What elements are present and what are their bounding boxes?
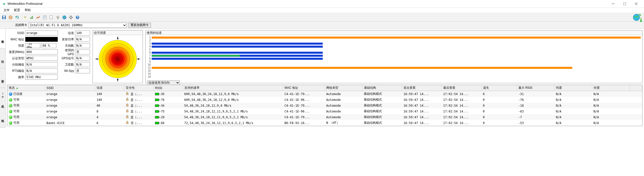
channel-label: 信道 — [59, 31, 74, 35]
log-icon[interactable] — [42, 14, 48, 20]
col-ssid[interactable]: SSID — [45, 85, 95, 91]
graph-tab-icon[interactable] — [35, 14, 41, 20]
ssid-label: SSID — [7, 31, 24, 35]
channel-bar-track — [152, 73, 641, 75]
rssi-bar-icon — [155, 99, 159, 101]
svg-marker-34 — [640, 17, 642, 22]
cell-rssi: -66 — [153, 120, 183, 126]
channel-bar-track — [152, 64, 641, 66]
ssid-value: orange — [25, 31, 58, 36]
menubar: 文件 配置 帮助 — [0, 8, 644, 13]
svg-point-51 — [116, 57, 119, 61]
cell-lon: N/A — [592, 114, 629, 120]
svg-point-9 — [10, 17, 11, 18]
col-channel[interactable]: 信道 — [95, 85, 124, 91]
channel-bar-track — [152, 58, 641, 60]
export-icon[interactable] — [48, 14, 54, 20]
col-infra[interactable]: 基础结构 — [362, 85, 402, 91]
cell-lat: N/A — [554, 108, 592, 114]
window-title: WirelessMon Professional — [8, 2, 607, 6]
vtab-conn[interactable]: IP 连接 — [0, 88, 5, 108]
col-lost[interactable]: 遗失 — [481, 85, 517, 91]
channel-bar — [152, 67, 572, 69]
table-row[interactable]: 可用orange8 是（...-7554,48,36,24,18,12,11,9… — [7, 108, 642, 114]
channel-number: 6 — [147, 51, 151, 54]
app-icon — [2, 2, 6, 6]
cell-maxrssi: -63 — [517, 108, 554, 114]
map-icon[interactable] — [61, 14, 67, 20]
frag-label: 分段阈值 — [7, 63, 24, 67]
table-row[interactable]: 可用Baomi-61CE6 否（...-6672,54,48,36,24,18,… — [7, 120, 642, 126]
col-maxrssi[interactable]: 最大 RSSI — [517, 85, 554, 91]
channel-panel: 使用的信道 1234567891011121314 信道使用 B/G/N — [145, 30, 642, 83]
cell-first: 16:59:47 14... — [402, 97, 442, 103]
vtab-summary[interactable]: 概要 — [0, 29, 5, 48]
gpssig-value: N/A — [75, 56, 90, 61]
vtab-graph[interactable]: 图形 — [0, 68, 5, 88]
rts-value: N/A — [25, 68, 58, 73]
network-list[interactable]: 状态▲SSID信道安全性RSSI支持的速率MAC 地址网络类型基础结构首次查看最… — [7, 85, 642, 126]
table-row[interactable]: 可用orange149 是（...-76600,54,48,36,24,18,1… — [7, 97, 642, 103]
menu-config[interactable]: 配置 — [12, 8, 22, 13]
status-ball-icon — [9, 115, 12, 119]
col-rates[interactable]: 支持的速率 — [183, 85, 283, 91]
table-row[interactable]: 已连接orange149 是（...-35600,54,48,36,24,18,… — [7, 91, 642, 97]
settings-icon[interactable] — [68, 14, 74, 20]
cell-security: 是（... — [124, 108, 153, 114]
reload-adapter-button[interactable]: 重新加载网卡 — [128, 23, 151, 28]
table-row[interactable]: 可用orange4 是（...-2954,48,36,24,18,12,11,9… — [7, 114, 642, 120]
cell-security: 是（... — [124, 114, 153, 120]
cell-mac: C4-41-1E-96... — [283, 97, 325, 103]
cell-last: 17:02:54 14... — [442, 97, 481, 103]
refresh-icon[interactable] — [14, 14, 20, 20]
col-status[interactable]: 状态▲ — [7, 85, 45, 91]
connection-info: SSID orange 信道 149 MAC 地址 发射功率 N/A 强度 -3… — [7, 30, 90, 83]
connect-icon[interactable] — [8, 14, 14, 20]
channel-number: 2 — [147, 39, 151, 42]
cell-security: 是（... — [124, 91, 153, 97]
col-extra[interactable] — [630, 85, 642, 91]
cell-infra: 基础结构模式 — [362, 108, 402, 114]
channel-mode-select[interactable]: 信道使用 B/G/N — [147, 80, 180, 85]
col-first[interactable]: 首次查看 — [402, 85, 442, 91]
col-lon[interactable]: 经度 — [592, 85, 629, 91]
cell-security: 是（... — [124, 103, 153, 108]
adapter-select[interactable]: Intel(R) Wi-Fi 6 AX201 160MHz — [29, 23, 127, 28]
rssi-bar-icon — [155, 110, 159, 113]
col-mac[interactable]: MAC 地址 — [283, 85, 325, 91]
cell-maxrssi: -53 — [517, 120, 554, 126]
minimize-button[interactable] — [607, 0, 619, 8]
channel-row: 12 — [147, 69, 641, 72]
help-icon[interactable]: ? — [74, 14, 80, 20]
close-button[interactable] — [630, 0, 642, 8]
vtab-map[interactable]: 地图 — [0, 108, 5, 128]
table-row[interactable]: 可用orange40 是（...-3454,48,36,24,18,12,9,6… — [7, 103, 642, 108]
channel-bar-track — [152, 40, 641, 42]
maximize-button[interactable] — [619, 0, 630, 8]
cell-channel: 6 — [95, 120, 124, 126]
save-icon[interactable] — [1, 14, 7, 20]
vtab-stats[interactable]: 统计 — [0, 48, 5, 68]
menu-file[interactable]: 文件 — [2, 8, 12, 13]
signal-panel-title: 信号强度 — [93, 31, 143, 35]
col-rssi[interactable]: RSSI — [153, 85, 183, 91]
status-ball-icon — [9, 104, 12, 107]
cell-rates: 54,48,36,24,18,12,11,9,6,5,2,1 Mb/s — [183, 114, 283, 120]
stats-tab-icon[interactable] — [29, 14, 35, 20]
menu-help[interactable]: 帮助 — [23, 8, 33, 13]
cell-lat: N/A — [554, 120, 592, 126]
summary-tab-icon[interactable] — [22, 14, 28, 20]
channel-bar — [152, 46, 323, 48]
svg-rect-57 — [126, 93, 128, 95]
channel-bar-track — [152, 46, 641, 48]
svg-marker-37 — [117, 37, 118, 39]
gps-icon[interactable] — [55, 14, 61, 20]
col-last[interactable]: 最后查看 — [442, 85, 481, 91]
col-nettype[interactable]: 网络类型 — [325, 85, 362, 91]
svg-point-25 — [70, 16, 72, 18]
channel-bar — [152, 55, 240, 56]
channel-number: 14 — [147, 75, 151, 78]
col-lat[interactable]: 纬度 — [554, 85, 592, 91]
col-security[interactable]: 安全性 — [124, 85, 153, 91]
txpower-value: N/A — [75, 37, 90, 42]
